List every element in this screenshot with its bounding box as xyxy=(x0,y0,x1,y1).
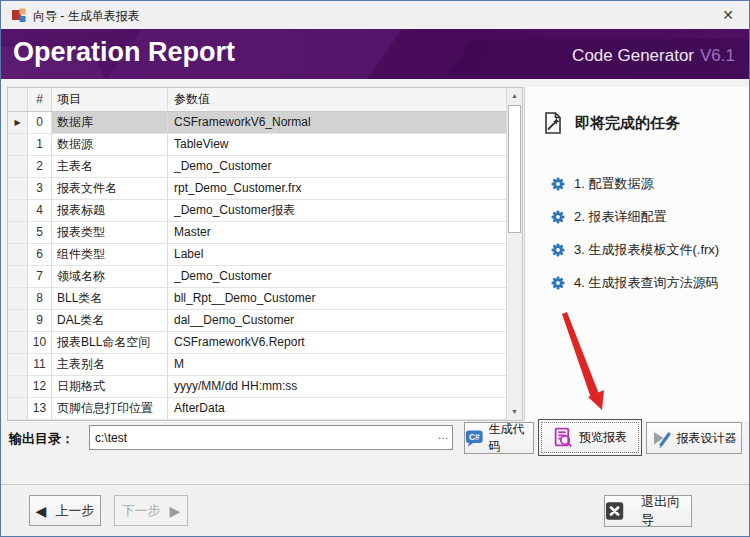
row-index: 12 xyxy=(28,376,52,398)
row-indicator-icon xyxy=(8,398,28,420)
report-designer-label: 报表设计器 xyxy=(677,430,737,447)
wizard-dialog: 向导 - 生成单表报表 ✕ Operation Report Code Gene… xyxy=(0,0,750,537)
row-item-value: _Demo_Customer报表 xyxy=(168,200,506,222)
table-row[interactable]: 9DAL类名dal__Demo_Customer xyxy=(8,310,506,332)
row-index: 2 xyxy=(28,156,52,178)
task-list: 1. 配置数据源2. 报表详细配置3. 生成报表模板文件(.frx)4. 生成报… xyxy=(551,167,719,299)
row-item-value: dal__Demo_Customer xyxy=(168,310,506,332)
table-row[interactable]: 12日期格式yyyy/MM/dd HH:mm:ss xyxy=(8,376,506,398)
table-row[interactable]: 2主表名_Demo_Customer xyxy=(8,156,506,178)
preview-report-button[interactable]: 预览报表 xyxy=(538,419,642,456)
row-item-name: 领域名称 xyxy=(52,266,168,288)
row-indicator-icon xyxy=(8,156,28,178)
table-row[interactable]: 7领域名称_Demo_Customer xyxy=(8,266,506,288)
row-item-value: M xyxy=(168,354,506,376)
row-item-value: AfterData xyxy=(168,398,506,420)
row-item-value: bll_Rpt__Demo_Customer xyxy=(168,288,506,310)
row-indicator-icon xyxy=(8,376,28,398)
scroll-up-icon[interactable]: ▲ xyxy=(507,88,522,104)
table-row[interactable]: 10报表BLL命名空间CSFrameworkV6.Report xyxy=(8,332,506,354)
row-index: 3 xyxy=(28,178,52,200)
scrollbar-thumb[interactable] xyxy=(508,105,521,233)
row-item-name: 数据源 xyxy=(52,134,168,156)
row-item-value: _Demo_Customer xyxy=(168,266,506,288)
scroll-down-icon[interactable]: ▼ xyxy=(507,404,522,420)
row-index: 11 xyxy=(28,354,52,376)
csharp-icon: C# xyxy=(465,428,484,448)
previous-step-button[interactable]: ◀ 上一步 xyxy=(29,495,101,526)
row-index: 0 xyxy=(28,112,52,134)
table-row[interactable]: ▶0数据库CSFrameworkV6_Normal xyxy=(8,112,506,134)
row-indicator-icon xyxy=(8,178,28,200)
table-row[interactable]: 8BLL类名bll_Rpt__Demo_Customer xyxy=(8,288,506,310)
table-row[interactable]: 5报表类型Master xyxy=(8,222,506,244)
table-row[interactable]: 13页脚信息打印位置AfterData xyxy=(8,398,506,420)
row-item-name: 报表类型 xyxy=(52,222,168,244)
row-item-value: yyyy/MM/dd HH:mm:ss xyxy=(168,376,506,398)
row-indicator-icon xyxy=(8,200,28,222)
exit-wizard-button[interactable]: 退出向导 xyxy=(604,495,692,527)
task-item-label: 3. 生成报表模板文件(.frx) xyxy=(574,241,719,259)
row-indicator-icon xyxy=(8,332,28,354)
row-item-value: TableView xyxy=(168,134,506,156)
row-item-name: BLL类名 xyxy=(52,288,168,310)
close-icon[interactable]: ✕ xyxy=(717,5,739,25)
row-indicator-icon xyxy=(8,222,28,244)
generate-code-button[interactable]: C# 生成代码 xyxy=(464,422,534,454)
row-index: 7 xyxy=(28,266,52,288)
browse-icon[interactable]: … xyxy=(435,427,451,448)
table-row[interactable]: 6组件类型Label xyxy=(8,244,506,266)
row-item-name: 报表BLL命名空间 xyxy=(52,332,168,354)
table-header: # 项目 参数值 xyxy=(8,88,506,112)
output-directory-input[interactable] xyxy=(90,426,452,449)
svg-text:C#: C# xyxy=(469,432,480,442)
vertical-scrollbar[interactable]: ▲ ▼ xyxy=(506,88,522,420)
title-bar: 向导 - 生成单表报表 ✕ xyxy=(1,1,749,29)
row-index: 13 xyxy=(28,398,52,420)
task-item-label: 2. 报表详细配置 xyxy=(574,208,666,226)
generate-code-label: 生成代码 xyxy=(489,421,533,455)
row-index: 5 xyxy=(28,222,52,244)
task-item: 1. 配置数据源 xyxy=(551,167,719,200)
task-panel-title: 即将完成的任务 xyxy=(575,114,680,133)
table-row[interactable]: 11主表别名M xyxy=(8,354,506,376)
task-item: 3. 生成报表模板文件(.frx) xyxy=(551,233,719,266)
bottom-bar: ◀ 上一步 下一步 ▶ 退出向导 xyxy=(1,484,749,537)
row-item-value: rpt_Demo_Customer.frx xyxy=(168,178,506,200)
header-banner: Operation Report Code GeneratorV6.1 xyxy=(1,29,749,79)
row-item-name: 数据库 xyxy=(52,112,168,134)
row-index: 8 xyxy=(28,288,52,310)
report-designer-button[interactable]: 报表设计器 xyxy=(646,422,742,454)
row-indicator-icon xyxy=(8,354,28,376)
gear-icon xyxy=(551,243,565,257)
next-step-label: 下一步 xyxy=(122,502,161,520)
row-index: 10 xyxy=(28,332,52,354)
task-item: 4. 生成报表查询方法源码 xyxy=(551,266,719,299)
row-item-name: 主表别名 xyxy=(52,354,168,376)
row-indicator-icon xyxy=(8,134,28,156)
next-arrow-icon: ▶ xyxy=(170,504,181,518)
table-row[interactable]: 4报表标题_Demo_Customer报表 xyxy=(8,200,506,222)
previous-step-label: 上一步 xyxy=(55,502,94,520)
task-item-label: 4. 生成报表查询方法源码 xyxy=(574,274,718,292)
col-header-item: 项目 xyxy=(52,88,168,111)
task-panel: 即将完成的任务 1. 配置数据源2. 报表详细配置3. 生成报表模板文件(.fr… xyxy=(524,87,750,421)
row-index: 1 xyxy=(28,134,52,156)
col-header-index: # xyxy=(28,88,52,111)
row-indicator-icon xyxy=(8,288,28,310)
preview-report-icon xyxy=(553,427,574,448)
report-designer-icon xyxy=(652,428,672,448)
brand-name: Code Generator xyxy=(572,46,694,65)
next-step-button: 下一步 ▶ xyxy=(114,495,188,526)
brand-label: Code GeneratorV6.1 xyxy=(572,46,735,66)
row-item-value: CSFrameworkV6_Normal xyxy=(168,112,506,134)
row-item-value: Label xyxy=(168,244,506,266)
table-row[interactable]: 3报表文件名rpt_Demo_Customer.frx xyxy=(8,178,506,200)
task-item: 2. 报表详细配置 xyxy=(551,200,719,233)
window-title: 向导 - 生成单表报表 xyxy=(33,8,140,25)
row-item-value: _Demo_Customer xyxy=(168,156,506,178)
gear-icon xyxy=(551,210,565,224)
table-row[interactable]: 1数据源TableView xyxy=(8,134,506,156)
red-annotation-arrow xyxy=(547,302,637,422)
wizard-document-icon xyxy=(541,111,565,135)
